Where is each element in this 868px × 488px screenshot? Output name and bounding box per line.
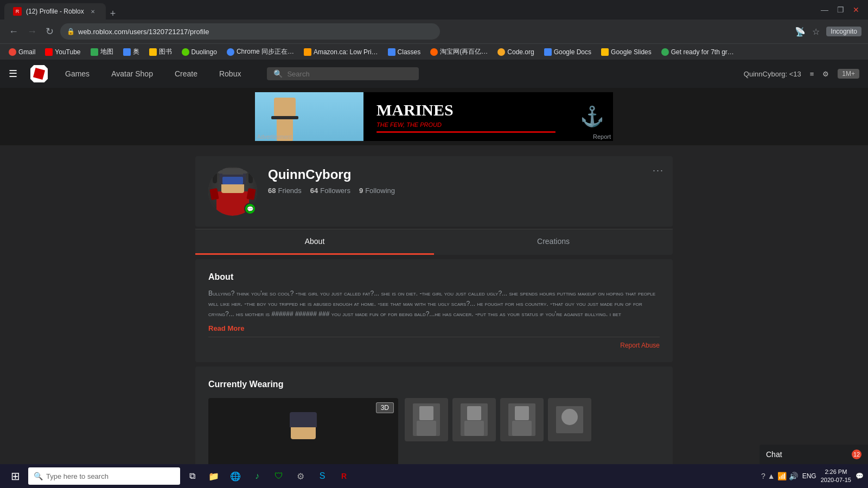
browser-navbar: ← → ↻ 🔒 web.roblox.com/users/1320721217/… (0, 20, 868, 43)
nav-avatar-shop[interactable]: Avatar Shop (107, 67, 157, 80)
tray-up-icon[interactable]: ▲ (768, 472, 775, 480)
back-button[interactable]: ← (7, 24, 21, 40)
following-stat[interactable]: 9 Following (359, 187, 395, 195)
read-more-button[interactable]: Read More (208, 324, 660, 332)
about-heading: About (208, 272, 660, 282)
incognito-badge: Incognito (826, 27, 861, 36)
bookmark-7th-grade[interactable]: Get ready for 7th gr… (657, 47, 738, 57)
report-abuse-button[interactable]: Report Abuse (208, 337, 660, 349)
hamburger-menu[interactable]: ☰ (9, 68, 17, 80)
tray-icons: ? ▲ 📶 🔊 (761, 472, 798, 480)
start-button[interactable]: ⊞ (4, 465, 26, 487)
online-badge: 💬 (244, 203, 256, 215)
bookmark-maps[interactable]: 地图 (86, 46, 118, 57)
window-controls: — ❐ ✕ (821, 5, 864, 14)
action-center-icon[interactable]: 💬 (856, 472, 864, 480)
item-card-3[interactable] (500, 398, 544, 441)
chat-badge: 12 (852, 450, 861, 459)
bookmark-duolingo[interactable]: Duolingo (177, 47, 221, 57)
following-count: 9 (359, 187, 363, 195)
system-tray: ? ▲ 📶 🔊 ENG 2:26 PM 2020-07-15 💬 (761, 468, 864, 485)
bookmark-taobao[interactable]: 淘宝网(再百亿… (426, 46, 492, 57)
3d-toggle-button[interactable]: 3D (376, 402, 394, 413)
refresh-button[interactable]: ↻ (43, 23, 56, 40)
chat-label: Chat (766, 450, 782, 459)
tab-close-btn[interactable]: ✕ (88, 7, 97, 16)
bookmark-classes[interactable]: Classes (384, 47, 425, 57)
followers-count: 64 (310, 187, 318, 195)
friends-label: Friends (278, 187, 301, 195)
tab-favicon: R (13, 7, 22, 16)
following-label: Following (365, 187, 395, 195)
clock-time: 2:26 PM (825, 468, 847, 476)
cast-icon[interactable]: 📡 (795, 27, 806, 37)
taskbar-taskview[interactable]: ⧉ (182, 466, 202, 486)
url-text: web.roblox.com/users/1320721217/profile (78, 28, 209, 36)
taskbar-search-bar[interactable]: 🔍 Type here to search (28, 467, 180, 485)
taskbar-shield[interactable]: 🛡 (269, 466, 289, 486)
browser-titlebar: R (12) Profile - Roblox ✕ + — ❐ ✕ (0, 0, 868, 20)
bookmark-chrome-sync[interactable]: Chrome 同步正在… (222, 46, 298, 57)
avatar-container: 💬 (208, 167, 257, 216)
item-card-1[interactable] (405, 398, 448, 441)
system-clock: 2:26 PM 2020-07-15 (821, 468, 851, 485)
bookmark-youtube[interactable]: YouTube (41, 47, 85, 57)
tray-help-icon[interactable]: ? (761, 472, 765, 480)
nav-create[interactable]: Create (170, 67, 202, 80)
followers-stat[interactable]: 64 Followers (310, 187, 350, 195)
about-content: Bullying? Think you're so cool? -The gir… (208, 288, 660, 320)
minimize-button[interactable]: — (821, 5, 828, 14)
new-tab-button[interactable]: + (106, 8, 120, 20)
bookmark-amazon[interactable]: Amazon.ca: Low Pri… (299, 47, 382, 57)
search-input[interactable] (287, 70, 412, 78)
taskbar-chrome[interactable]: 🌐 (226, 466, 245, 486)
bookmark-google-slides[interactable]: Google Slides (597, 47, 656, 57)
roblox-navbar: ☰ Games Avatar Shop Create Robux 🔍 Quinn… (0, 60, 868, 88)
roblox-logo-inner (33, 68, 45, 80)
username-display[interactable]: QuinnCyborg: <13 (744, 70, 801, 78)
bookmark-books[interactable]: 图书 (145, 46, 176, 57)
bookmark-google-docs[interactable]: Google Docs (540, 47, 596, 57)
taskbar-settings[interactable]: ⚙ (291, 466, 310, 486)
keyboard-language[interactable]: ENG (802, 472, 816, 480)
roblox-logo[interactable] (30, 65, 48, 82)
taskbar-spotify[interactable]: ♪ (247, 466, 267, 486)
item-card-2[interactable] (452, 398, 496, 441)
tray-volume-icon[interactable]: 🔊 (789, 472, 798, 480)
profile-header: 💬 QuinnCyborg 68 Friends 64 Followers (208, 167, 660, 216)
notifications-icon[interactable]: ≡ (810, 70, 814, 78)
roblox-search-bar[interactable]: 🔍 (267, 67, 419, 80)
friends-stat[interactable]: 68 Friends (268, 187, 302, 195)
bookmark-gmail[interactable]: Gmail (4, 47, 40, 57)
tab-creations[interactable]: Creations (434, 229, 673, 255)
bookmark-item1[interactable]: 奥 (119, 46, 144, 57)
marines-title: MARINES (376, 101, 454, 119)
address-bar[interactable]: 🔒 web.roblox.com/users/1320721217/profil… (60, 23, 440, 40)
nav-right-icons: 📡 ☆ Incognito (795, 27, 861, 37)
robux-badge[interactable]: 1M+ (838, 69, 859, 79)
maximize-button[interactable]: ❐ (837, 5, 844, 14)
bookmark-codeorg[interactable]: Code.org (493, 47, 538, 57)
marines-subtitle: THE FEW, THE PROUD (376, 121, 442, 128)
forward-button[interactable]: → (25, 24, 39, 40)
close-button[interactable]: ✕ (853, 5, 859, 14)
bookmark-star-icon[interactable]: ☆ (812, 27, 820, 37)
settings-icon[interactable]: ⚙ (822, 70, 829, 78)
item-card-4[interactable] (548, 398, 591, 441)
nav-games[interactable]: Games (61, 67, 94, 80)
more-options-button[interactable]: ··· (653, 165, 664, 176)
taskbar-skype[interactable]: S (312, 466, 332, 486)
nav-robux[interactable]: Robux (215, 67, 245, 80)
ad-report-button[interactable]: Report (591, 133, 613, 140)
about-section: About Bullying? Think you're so cool? -T… (195, 259, 673, 362)
taskbar-file-explorer[interactable]: 📁 (204, 466, 224, 486)
tab-about[interactable]: About (195, 229, 434, 255)
roblox-app: ☰ Games Avatar Shop Create Robux 🔍 Quinn… (0, 60, 868, 488)
active-tab[interactable]: R (12) Profile - Roblox ✕ (4, 3, 106, 20)
tray-network-icon[interactable]: 📶 (777, 472, 787, 480)
wearing-title: Currently Wearing (208, 380, 660, 389)
taskbar-roblox[interactable]: R (334, 466, 354, 486)
tab-bar: R (12) Profile - Roblox ✕ + (4, 0, 120, 20)
profile-info: QuinnCyborg 68 Friends 64 Followers 9 Fo (268, 167, 660, 195)
chat-widget[interactable]: Chat 12 (760, 445, 868, 464)
